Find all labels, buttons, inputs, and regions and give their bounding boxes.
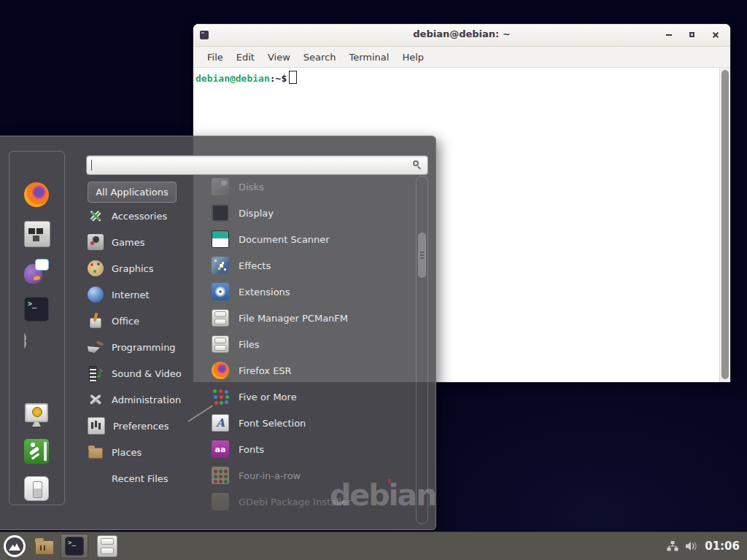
app-disks[interactable]: Disks (212, 174, 412, 200)
minimize-icon[interactable] (659, 27, 678, 42)
terminal-icon[interactable]: >_ (24, 297, 49, 322)
network-icon[interactable] (667, 541, 678, 551)
file-manager-icon (212, 309, 229, 327)
files-icon (212, 335, 229, 353)
terminal-icon: >_ (65, 537, 84, 556)
menu-item-help[interactable]: Help (395, 50, 430, 65)
app-firefox-esr[interactable]: Firefox ESR (212, 357, 412, 384)
sound-video-icon: ♪ (88, 365, 104, 381)
maximize-icon[interactable] (683, 27, 701, 42)
terminal-titlebar[interactable]: debian@debian: ~ (193, 24, 730, 47)
internet-icon (88, 287, 104, 303)
shut-down-icon[interactable] (24, 476, 49, 501)
application-menu: >_ All Applications ×Accessories Games G… (0, 136, 436, 530)
app-font-selection[interactable]: AFont Selection (212, 410, 412, 436)
menu-item-search[interactable]: Search (297, 50, 343, 65)
terminal-prompt: debian@debian:~$ (196, 71, 297, 84)
text-caret (91, 160, 92, 171)
category-accessories[interactable]: ×Accessories (88, 203, 204, 229)
taskbar-files-launcher[interactable] (97, 535, 117, 557)
disks-icon (212, 178, 229, 195)
search-input[interactable] (91, 157, 409, 174)
menu-item-terminal[interactable]: Terminal (342, 50, 395, 65)
category-games[interactable]: Games (88, 229, 204, 255)
category-recent-files[interactable]: Recent Files (88, 465, 204, 491)
terminal-scrollbar-thumb[interactable] (721, 70, 729, 379)
search-box[interactable] (86, 155, 428, 175)
app-document-scanner[interactable]: Document Scanner (212, 226, 412, 252)
volume-icon[interactable] (685, 541, 698, 551)
app-display[interactable]: Display (212, 200, 412, 226)
clock[interactable]: 01:06 (705, 540, 740, 553)
terminal-title: debian@debian: ~ (193, 28, 730, 39)
application-list: Disks Display Document Scanner Effects E… (212, 174, 412, 515)
category-office[interactable]: Office (88, 308, 204, 334)
debian-logo-dot (387, 478, 392, 483)
app-effects[interactable]: Effects (212, 252, 412, 279)
office-icon (88, 313, 104, 329)
places-icon (88, 444, 104, 460)
programming-icon (88, 339, 104, 355)
administration-icon (88, 392, 104, 408)
gdebi-icon (212, 493, 229, 510)
category-sound-video[interactable]: ♪Sound & Video (88, 360, 204, 386)
terminal-glyph: >_ (28, 300, 36, 308)
prompt-path: :~$ (270, 73, 287, 84)
app-fonts[interactable]: aaFonts (212, 436, 412, 462)
log-out-icon[interactable] (24, 439, 49, 464)
app-five-or-more[interactable]: Five or More (212, 384, 412, 410)
firefox-icon[interactable] (24, 182, 49, 207)
app-extensions[interactable]: Extensions (212, 279, 412, 305)
menu-scrollbar[interactable] (416, 176, 428, 524)
font-selection-icon: A (212, 414, 229, 432)
menu-item-edit[interactable]: Edit (230, 50, 261, 65)
app-files[interactable]: Files (212, 331, 412, 357)
folder-icon (40, 545, 45, 551)
app-file-manager-pcmanfm[interactable]: File Manager PCManFM (212, 305, 412, 331)
accessories-icon: × (88, 208, 104, 224)
category-graphics[interactable]: Graphics (88, 255, 204, 281)
graphics-icon (88, 260, 104, 276)
menu-item-view[interactable]: View (261, 50, 297, 65)
four-in-a-row-icon (212, 467, 229, 484)
terminal-scrollbar[interactable] (719, 68, 730, 383)
preferences-icon (88, 417, 105, 435)
games-icon (88, 234, 104, 250)
display-icon (212, 204, 229, 222)
prompt-user-host: debian@debian (196, 73, 270, 84)
firefox-icon (212, 362, 229, 379)
package-manager-icon[interactable] (24, 221, 50, 247)
terminal-menubar: File Edit View Search Terminal Help (193, 47, 730, 68)
menu-scrollbar-thumb[interactable] (418, 233, 426, 278)
category-administration[interactable]: Administration (88, 386, 204, 413)
category-list: ×Accessories Games Graphics Internet Off… (88, 203, 204, 491)
favorites-sidebar: >_ (9, 151, 65, 505)
category-preferences[interactable]: Preferences (88, 413, 204, 439)
pidgin-icon[interactable] (24, 259, 49, 284)
search-icon (412, 160, 422, 170)
fonts-icon: aa (212, 440, 229, 458)
taskbar: >_ 01:06 (0, 532, 747, 560)
taskbar-terminal-window-button[interactable]: >_ (61, 534, 88, 559)
terminal-cursor (289, 71, 297, 84)
five-or-more-icon (212, 388, 229, 405)
wallpaper-debian-watermark: debian (330, 478, 436, 513)
category-places[interactable]: Places (88, 439, 204, 465)
category-programming[interactable]: Programming (88, 334, 204, 360)
extensions-icon (212, 283, 229, 300)
system-tray: 01:06 (667, 540, 747, 553)
category-internet[interactable]: Internet (88, 281, 204, 308)
effects-icon (212, 257, 229, 274)
taskbar-file-manager-launcher[interactable] (34, 536, 55, 556)
lock-screen-icon[interactable] (24, 402, 49, 427)
menu-item-file[interactable]: File (201, 50, 230, 65)
window-controls (659, 27, 724, 42)
desktop: debian@debian: ~ File Edit View Search T… (0, 0, 747, 560)
menu-button[interactable] (4, 535, 26, 557)
document-scanner-icon (212, 230, 229, 248)
category-all-applications[interactable]: All Applications (88, 182, 177, 203)
close-icon[interactable] (706, 27, 724, 42)
file-manager-icon[interactable] (24, 333, 26, 349)
